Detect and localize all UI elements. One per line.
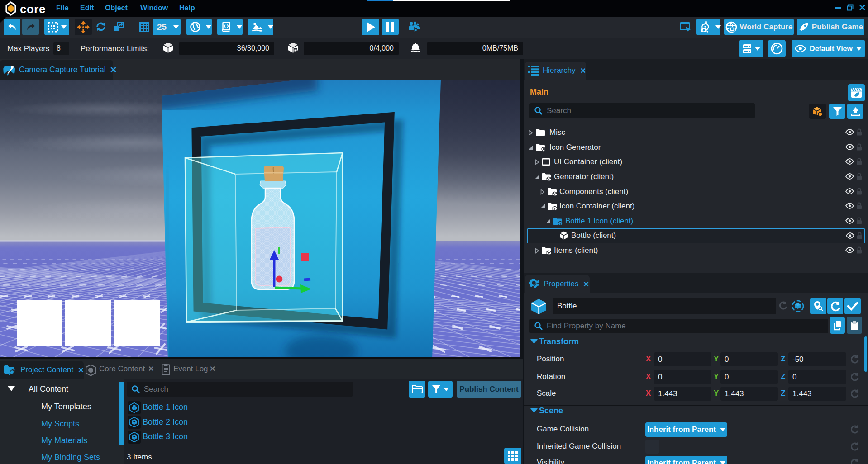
svg-text:core: core [20,2,46,16]
